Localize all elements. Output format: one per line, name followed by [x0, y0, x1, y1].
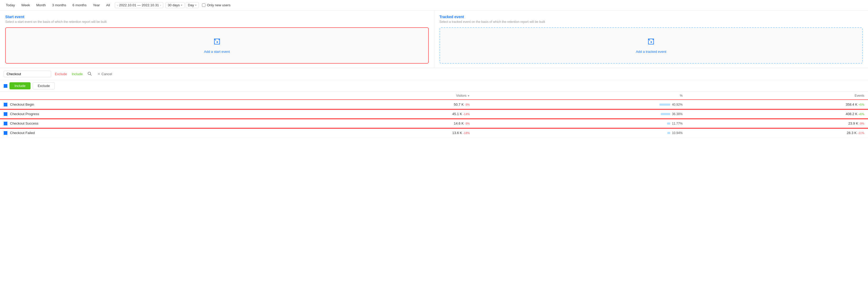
row-checkbox[interactable] [4, 103, 7, 106]
include-link[interactable]: Include [70, 72, 84, 76]
granularity-dropdown[interactable]: Day ▾ [186, 2, 199, 8]
pct-bar [659, 104, 670, 106]
events-value: 23.9 K [848, 121, 858, 125]
x-icon: ✕ [97, 72, 100, 76]
btn-week[interactable]: Week [19, 2, 33, 8]
cancel-button[interactable]: ✕ Cancel [95, 71, 114, 77]
visitors-delta: -9% [465, 122, 470, 125]
date-range-dash: — [137, 3, 141, 7]
visitors-label: Visitors [456, 94, 466, 98]
pct-value: 36.38% [672, 112, 683, 116]
only-new-users-label: Only new users [207, 3, 231, 7]
events-header: Events [686, 92, 868, 100]
chevron-down-icon: ▾ [181, 4, 182, 7]
top-bar: Today Week Month 3 months 6 months Year … [0, 0, 868, 10]
events-value: 28.3 K [847, 131, 857, 135]
pct-value: 40.92% [672, 103, 683, 106]
include-toggle-button[interactable]: Include [9, 82, 31, 89]
row-checkbox-area: Checkout Progress [4, 112, 295, 116]
event-name: Checkout Failed [10, 131, 35, 135]
pct-bar [667, 122, 670, 124]
exclude-link[interactable]: Exclude [54, 72, 68, 76]
pct-value: 10.94% [672, 131, 683, 135]
search-icon-button[interactable] [86, 71, 93, 77]
date-range-end: 2022.10.31 [142, 3, 159, 7]
search-input-wrap [4, 71, 51, 77]
add-tracked-event-label: Add a tracked event [636, 50, 666, 53]
tracked-event-panel: Tracked event Select a tracked event on … [434, 10, 868, 68]
add-tracked-event-box[interactable]: Add a tracked event [439, 27, 863, 64]
add-start-event-box[interactable]: Add a start event [5, 27, 429, 64]
events-value: 358.4 K [846, 103, 858, 106]
event-name-header [0, 92, 299, 100]
events-table: Visitors ▼ % Events Checkout Begin 50.7 … [0, 92, 868, 138]
panels-row: Start event Select a start event on the … [0, 10, 868, 68]
events-delta: -9% [859, 122, 864, 125]
pct-value: 11.77% [672, 122, 683, 125]
visitors-value: 13.6 K [452, 131, 462, 135]
table-row[interactable]: Checkout Progress 45.1 K -14% 36.38% 408… [0, 109, 868, 119]
btn-year[interactable]: Year [90, 2, 102, 8]
next-date-arrow[interactable]: › [160, 4, 161, 7]
prev-date-arrow[interactable]: ‹ [117, 4, 118, 7]
btn-6months[interactable]: 6 months [70, 2, 89, 8]
chevron-down-icon: ▾ [195, 4, 196, 7]
search-input[interactable] [7, 72, 43, 76]
add-start-event-label: Add a start event [204, 50, 230, 53]
row-checkbox-area: Checkout Begin [4, 103, 295, 106]
visitors-value: 14.6 K [454, 121, 464, 125]
visitors-delta: -14% [463, 112, 470, 116]
start-event-panel: Start event Select a start event on the … [0, 10, 434, 68]
events-delta: -11% [858, 132, 864, 135]
events-delta: +6% [859, 112, 864, 116]
pct-header: % [473, 92, 686, 100]
row-checkbox-area: Checkout Failed [4, 131, 295, 135]
days-dropdown[interactable]: 30 days ▾ [165, 2, 185, 8]
visitors-value: 50.7 K [454, 103, 464, 106]
toggle-row: Include Exclude [0, 80, 868, 92]
row-checkbox[interactable] [4, 131, 7, 135]
row-checkbox-area: Checkout Success [4, 121, 295, 125]
start-event-desc: Select a start event on the basis of whi… [5, 20, 429, 24]
event-name: Checkout Begin [10, 103, 34, 106]
exclude-toggle-button[interactable]: Exclude [33, 82, 55, 89]
table-row[interactable]: Checkout Success 14.6 K -9% 11.77% 23.9 … [0, 119, 868, 128]
sort-arrow-icon: ▼ [467, 94, 470, 97]
events-tbody: Checkout Begin 50.7 K -9% 40.92% 358.4 K… [0, 100, 868, 138]
tracked-event-title: Tracked event [439, 15, 863, 19]
pct-bar [667, 132, 670, 134]
event-name: Checkout Success [10, 121, 38, 125]
visitors-delta: -9% [465, 103, 470, 106]
visitors-header[interactable]: Visitors ▼ [299, 92, 473, 100]
date-range-start: 2022.10.01 [119, 3, 136, 7]
add-start-event-icon [213, 37, 221, 47]
table-header-row: Visitors ▼ % Events [0, 92, 868, 100]
search-filter-row: Exclude Include ✕ Cancel [0, 68, 868, 80]
pct-bar-wrap: 40.92% [477, 103, 683, 106]
table-row[interactable]: Checkout Failed 13.6 K -18% 10.94% 28.3 … [0, 128, 868, 138]
only-new-users-checkbox[interactable] [202, 3, 206, 7]
svg-line-1 [90, 74, 91, 75]
visitors-value: 45.1 K [452, 112, 462, 116]
row-checkbox[interactable] [4, 112, 7, 116]
granularity-label: Day [188, 3, 194, 7]
events-value: 408.2 K [846, 112, 858, 116]
add-tracked-event-icon [647, 37, 655, 47]
btn-today[interactable]: Today [3, 2, 18, 8]
event-name: Checkout Progress [10, 112, 39, 116]
days-label: 30 days [168, 3, 180, 7]
btn-3months[interactable]: 3 months [50, 2, 69, 8]
select-all-checkbox[interactable] [4, 84, 7, 88]
pct-bar-wrap: 10.94% [477, 131, 683, 135]
events-delta: +5% [859, 103, 864, 106]
pct-bar-wrap: 36.38% [477, 112, 683, 116]
btn-month[interactable]: Month [34, 2, 49, 8]
cancel-label: Cancel [101, 72, 112, 76]
only-new-users-block: Only new users [202, 3, 231, 7]
date-range-selector[interactable]: ‹ 2022.10.01 — 2022.10.31 › [115, 2, 163, 8]
tracked-event-desc: Select a tracked event on the basis of w… [439, 20, 863, 24]
pct-bar [661, 113, 670, 115]
row-checkbox[interactable] [4, 122, 7, 125]
btn-all[interactable]: All [103, 2, 113, 8]
table-row[interactable]: Checkout Begin 50.7 K -9% 40.92% 358.4 K… [0, 100, 868, 109]
